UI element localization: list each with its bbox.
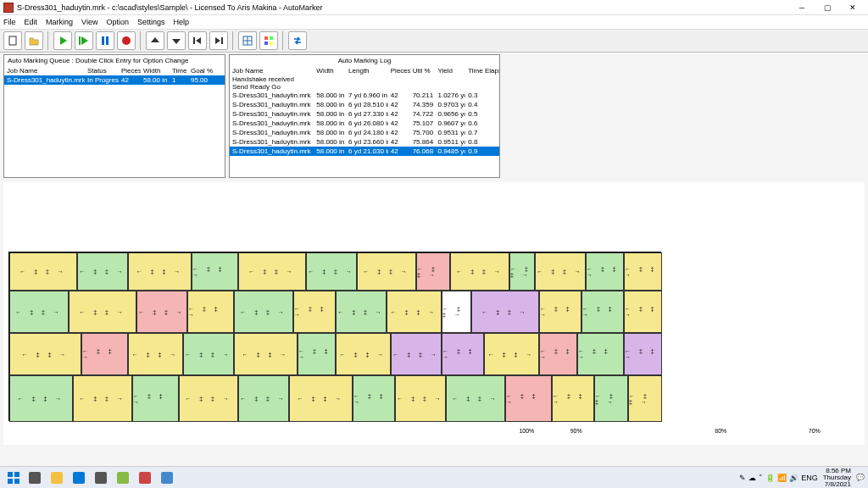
pattern-piece[interactable]: ← ‡ ‡ → xyxy=(132,375,179,422)
new-button[interactable] xyxy=(3,31,22,50)
taskbar-app-app2[interactable] xyxy=(135,469,155,486)
log-row[interactable]: S-Dress301_haduytin.mrk58.000 in6 yd 23.… xyxy=(230,137,499,147)
language-indicator[interactable]: ENG xyxy=(801,474,818,482)
play-alt-button[interactable] xyxy=(75,31,93,50)
taskbar-app-app3[interactable] xyxy=(157,469,177,486)
pattern-piece[interactable]: ← ‡ ‡ → xyxy=(505,375,552,422)
pattern-piece[interactable]: ← ‡ ‡ → xyxy=(624,333,662,375)
stop-button[interactable] xyxy=(117,31,136,50)
pattern-piece[interactable]: ← ‡ ‡ → xyxy=(471,291,539,333)
log-row[interactable]: S-Dress301_haduytin.mrk58.000 in6 yd 28.… xyxy=(230,100,499,109)
log-row[interactable]: S-Dress301_haduytin.mrk58.000 in6 yd 21.… xyxy=(230,147,499,156)
start-button[interactable] xyxy=(3,469,24,486)
notifications-icon[interactable]: 💬 xyxy=(856,474,865,481)
pattern-piece[interactable]: ← ‡ ‡ → xyxy=(624,291,662,333)
menu-edit[interactable]: Edit xyxy=(25,18,38,26)
pen-icon[interactable]: ✎ xyxy=(739,474,746,482)
pattern-piece[interactable]: ← ‡ ‡ → xyxy=(395,375,446,422)
pattern-piece[interactable]: ← ‡ ‡ → xyxy=(539,333,577,375)
log-row[interactable]: S-Dress301_haduytin.mrk58.000 in7 yd 6.9… xyxy=(230,91,499,100)
taskbar-app-store[interactable] xyxy=(91,469,111,486)
pattern-piece[interactable]: ← ‡ ‡ → xyxy=(336,291,387,333)
pattern-piece[interactable]: ← ‡ ‡ → xyxy=(535,252,586,291)
menu-settings[interactable]: Settings xyxy=(137,18,165,26)
step-back-button[interactable] xyxy=(188,31,207,50)
pattern-piece[interactable]: ← ‡ ‡ → xyxy=(336,333,391,375)
pattern-piece[interactable]: ← ‡ ‡ → xyxy=(293,291,336,333)
pattern-piece[interactable]: ← ‡ ‡ → xyxy=(391,333,442,375)
pattern-piece[interactable]: ← ‡ ‡ → xyxy=(357,252,416,291)
pattern-piece[interactable]: ← ‡ ‡ → xyxy=(183,333,234,375)
maximize-button[interactable]: ▢ xyxy=(815,1,839,14)
pattern-piece[interactable]: ← ‡ ‡ → xyxy=(581,291,624,333)
wifi-icon[interactable]: 📶 xyxy=(777,474,787,482)
pieces-button[interactable] xyxy=(259,31,278,50)
pattern-piece[interactable]: ← ‡ ‡ → xyxy=(9,252,77,291)
swap-button[interactable] xyxy=(288,31,307,50)
pause-button[interactable] xyxy=(96,31,114,50)
pattern-piece[interactable]: ← ‡ ‡ → xyxy=(9,375,73,422)
pattern-piece[interactable]: ← ‡ ‡ → xyxy=(586,252,624,291)
pattern-piece[interactable]: ← ‡ ‡ → xyxy=(192,252,238,291)
pattern-piece[interactable]: ← ‡ ‡ → xyxy=(509,252,535,291)
pattern-piece[interactable]: ← ‡ ‡ → xyxy=(594,375,628,422)
taskbar-app-edge[interactable] xyxy=(69,469,89,486)
close-button[interactable]: ✕ xyxy=(841,1,865,14)
pattern-piece[interactable]: ← ‡ ‡ → xyxy=(446,375,505,422)
log-row[interactable]: S-Dress301_haduytin.mrk58.000 in6 yd 26.… xyxy=(230,119,499,128)
pattern-piece[interactable]: ← ‡ ‡ → xyxy=(128,333,183,375)
pattern-piece[interactable]: ← ‡ ‡ → xyxy=(234,291,293,333)
menu-marking[interactable]: Marking xyxy=(46,18,73,26)
pattern-piece[interactable]: ← ‡ ‡ → xyxy=(238,252,306,291)
pattern-piece[interactable]: ← ‡ ‡ → xyxy=(128,252,192,291)
pattern-piece[interactable]: ← ‡ ‡ → xyxy=(416,252,450,291)
pattern-piece[interactable]: ← ‡ ‡ → xyxy=(552,375,594,422)
pattern-piece[interactable]: ← ‡ ‡ → xyxy=(387,291,442,333)
pattern-piece[interactable]: ← ‡ ‡ → xyxy=(238,375,289,422)
step-fwd-button[interactable] xyxy=(209,31,228,50)
pattern-piece[interactable]: ← ‡ ‡ → xyxy=(442,291,471,333)
pattern-piece[interactable]: ← ‡ ‡ → xyxy=(187,291,234,333)
menu-view[interactable]: View xyxy=(81,18,97,26)
pattern-piece[interactable]: ← ‡ ‡ → xyxy=(289,375,353,422)
pattern-piece[interactable]: ← ‡ ‡ → xyxy=(624,252,662,291)
up-button[interactable] xyxy=(146,31,164,50)
onedrive-icon[interactable]: ☁ xyxy=(748,474,756,482)
taskbar-app-app1[interactable] xyxy=(113,469,133,486)
pattern-piece[interactable]: ← ‡ ‡ → xyxy=(450,252,509,291)
queue-row[interactable]: S-Dress301_haduytin.mrkIn Progress4258.0… xyxy=(4,75,225,85)
pattern-piece[interactable]: ← ‡ ‡ → xyxy=(9,333,81,375)
tray-icons[interactable]: ✎ ☁ ˄ 🔋 📶 🔊 ENG xyxy=(739,474,818,482)
pattern-piece[interactable]: ← ‡ ‡ → xyxy=(484,333,539,375)
pattern-piece[interactable]: ← ‡ ‡ → xyxy=(353,375,395,422)
chevron-up-icon[interactable]: ˄ xyxy=(759,474,763,482)
pattern-piece[interactable]: ← ‡ ‡ → xyxy=(73,375,132,422)
taskbar-app-search[interactable] xyxy=(25,469,45,486)
battery-icon[interactable]: 🔋 xyxy=(765,474,775,482)
pattern-piece[interactable]: ← ‡ ‡ → xyxy=(442,333,484,375)
grid-button[interactable] xyxy=(238,31,257,50)
menu-file[interactable]: File xyxy=(3,18,16,26)
log-row[interactable]: S-Dress301_haduytin.mrk58.000 in6 yd 24.… xyxy=(230,128,499,137)
down-button[interactable] xyxy=(167,31,186,50)
pattern-piece[interactable]: ← ‡ ‡ → xyxy=(577,333,624,375)
pattern-piece[interactable]: ← ‡ ‡ → xyxy=(9,291,69,333)
pattern-piece[interactable]: ← ‡ ‡ → xyxy=(539,291,581,333)
clock[interactable]: 8:56 PM Thursday 7/8/2021 xyxy=(823,468,851,488)
pattern-piece[interactable]: ← ‡ ‡ → xyxy=(234,333,298,375)
menu-help[interactable]: Help xyxy=(173,18,189,26)
pattern-piece[interactable]: ← ‡ ‡ → xyxy=(179,375,238,422)
log-row[interactable]: S-Dress301_haduytin.mrk58.000 in6 yd 27.… xyxy=(230,109,499,119)
pattern-piece[interactable]: ← ‡ ‡ → xyxy=(306,252,357,291)
pattern-piece[interactable]: ← ‡ ‡ → xyxy=(628,375,662,422)
play-button[interactable] xyxy=(53,31,72,50)
taskbar-app-explorer[interactable] xyxy=(47,469,67,486)
minimize-button[interactable]: ─ xyxy=(790,1,814,14)
volume-icon[interactable]: 🔊 xyxy=(789,474,798,482)
pattern-piece[interactable]: ← ‡ ‡ → xyxy=(136,291,187,333)
pattern-piece[interactable]: ← ‡ ‡ → xyxy=(77,252,128,291)
pattern-piece[interactable]: ← ‡ ‡ → xyxy=(81,333,128,375)
open-button[interactable] xyxy=(25,31,43,50)
pattern-piece[interactable]: ← ‡ ‡ → xyxy=(298,333,336,375)
marker-canvas[interactable]: ← ‡ ‡ →← ‡ ‡ →← ‡ ‡ →← ‡ ‡ →← ‡ ‡ →← ‡ ‡… xyxy=(3,182,865,445)
